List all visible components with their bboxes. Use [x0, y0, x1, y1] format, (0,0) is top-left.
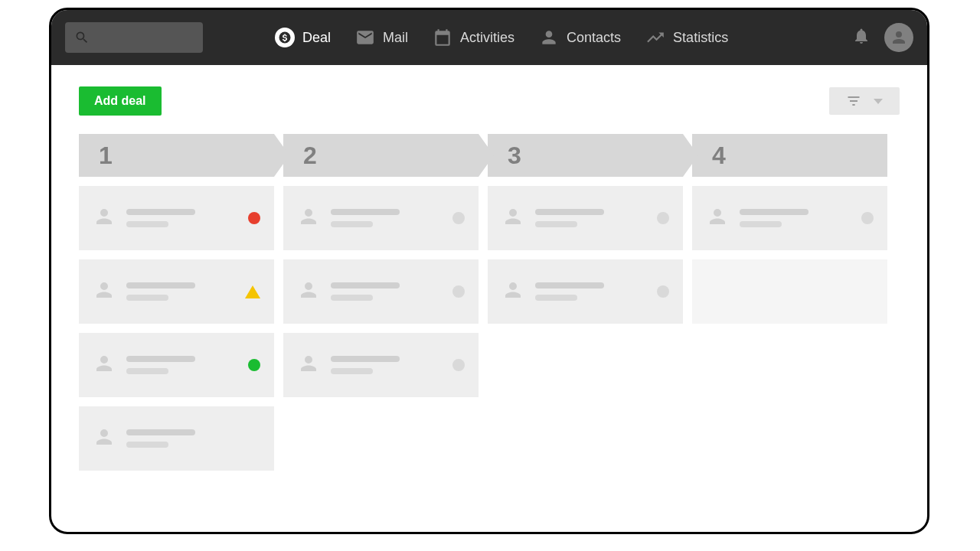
topbar-right	[852, 23, 913, 52]
mail-icon	[355, 28, 375, 47]
avatar-icon	[890, 28, 908, 47]
calendar-icon	[433, 28, 452, 47]
stage-header-1[interactable]: 1	[79, 134, 274, 177]
nav-activities[interactable]: Activities	[433, 28, 514, 47]
nav-statistics-label: Statistics	[673, 30, 728, 46]
nav-activities-label: Activities	[460, 30, 514, 46]
deal-text-placeholder	[126, 282, 234, 301]
pipeline-stage-2: 2	[283, 134, 479, 406]
trend-icon	[645, 28, 665, 47]
pipeline-board: 1	[79, 134, 900, 480]
pipeline-stage-4: 4	[692, 134, 887, 333]
person-icon	[93, 205, 116, 231]
content: Add deal 1	[51, 65, 927, 501]
deal-text-placeholder	[535, 282, 646, 301]
pipeline-stage-1: 1	[79, 134, 274, 480]
status-red-icon	[248, 212, 260, 224]
nav-deal[interactable]: Deal	[275, 28, 331, 47]
status-dot-icon	[657, 285, 669, 298]
person-icon	[706, 205, 729, 231]
deal-text-placeholder	[331, 356, 442, 374]
person-icon	[297, 205, 320, 231]
status-dot-icon	[861, 212, 874, 224]
deal-text-placeholder	[331, 282, 442, 301]
person-icon	[539, 28, 559, 47]
status-dot-icon	[657, 212, 669, 224]
search-input[interactable]	[65, 22, 203, 53]
deal-text-placeholder	[126, 429, 260, 448]
deal-card[interactable]	[79, 406, 274, 471]
dollar-icon	[275, 28, 295, 47]
deal-text-placeholder	[126, 209, 237, 227]
app-window: Deal Mail Activities Contacts	[49, 8, 929, 534]
nav-contacts-label: Contacts	[567, 30, 621, 46]
person-icon	[501, 279, 524, 305]
topbar: Deal Mail Activities Contacts	[51, 10, 927, 65]
stage-header-2[interactable]: 2	[283, 134, 479, 177]
filter-button[interactable]	[829, 87, 900, 115]
person-icon	[93, 352, 116, 378]
nav-mail-label: Mail	[383, 30, 408, 46]
stage-header-4[interactable]: 4	[692, 134, 887, 177]
nav-statistics[interactable]: Statistics	[645, 28, 728, 47]
notifications-button[interactable]	[852, 27, 871, 48]
nav-contacts[interactable]: Contacts	[539, 28, 621, 47]
deal-card[interactable]	[79, 333, 274, 397]
search-icon	[74, 30, 90, 45]
user-avatar[interactable]	[884, 23, 913, 52]
main-nav: Deal Mail Activities Contacts	[275, 28, 728, 47]
person-icon	[93, 425, 116, 452]
person-icon	[93, 279, 116, 305]
chevron-down-icon	[874, 99, 883, 104]
deal-card[interactable]	[692, 186, 887, 250]
person-icon	[297, 352, 320, 378]
person-icon	[501, 205, 524, 231]
deal-text-placeholder	[740, 209, 851, 227]
status-dot-icon	[452, 359, 465, 371]
deal-card[interactable]	[79, 259, 274, 324]
status-dot-icon	[452, 212, 465, 224]
filter-icon	[846, 93, 861, 109]
person-icon	[297, 279, 320, 305]
bell-icon	[852, 27, 871, 45]
deal-card[interactable]	[488, 186, 683, 250]
deal-text-placeholder	[126, 356, 237, 374]
status-dot-icon	[452, 285, 465, 298]
nav-mail[interactable]: Mail	[355, 28, 408, 47]
empty-slot[interactable]	[692, 259, 887, 324]
deal-card[interactable]	[79, 186, 274, 250]
nav-deal-label: Deal	[302, 30, 331, 46]
stage-header-3[interactable]: 3	[488, 134, 683, 177]
deal-card[interactable]	[283, 259, 479, 324]
deal-text-placeholder	[535, 209, 646, 227]
deal-text-placeholder	[331, 209, 442, 227]
status-warning-icon	[245, 285, 260, 298]
content-header: Add deal	[79, 86, 900, 116]
status-green-icon	[248, 359, 260, 371]
add-deal-button[interactable]: Add deal	[79, 86, 162, 116]
pipeline-stage-3: 3	[488, 134, 683, 333]
deal-card[interactable]	[283, 186, 479, 250]
deal-card[interactable]	[283, 333, 479, 397]
deal-card[interactable]	[488, 259, 683, 324]
